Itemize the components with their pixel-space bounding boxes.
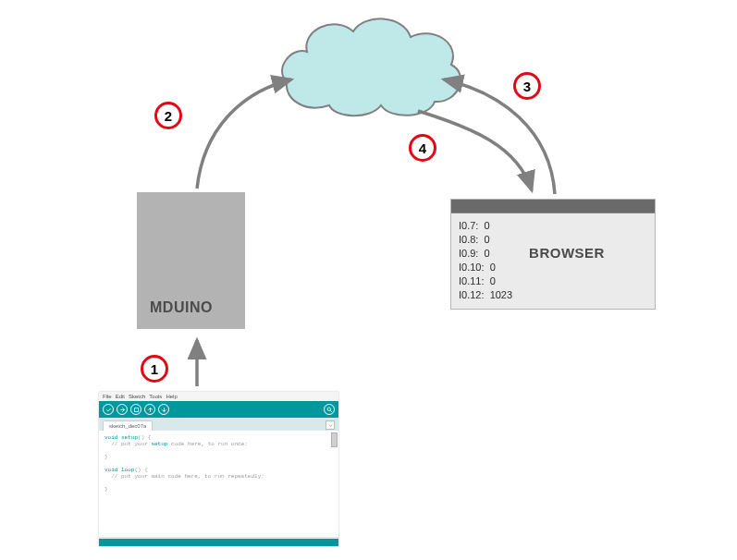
scrollbar-thumb[interactable] <box>331 432 338 447</box>
step-1-badge: 1 <box>141 355 168 383</box>
ide-tabrow: sketch_dec07a <box>99 418 338 431</box>
step-2-badge: 2 <box>154 102 182 129</box>
ide-menu-item[interactable]: Help <box>166 394 177 399</box>
step-2-number: 2 <box>165 108 172 124</box>
arduino-ide-window: FileEditSketchToolsHelp sketch_dec <box>99 392 338 546</box>
ide-menu-item[interactable]: Edit <box>116 394 125 399</box>
step-3-number: 3 <box>523 79 531 94</box>
ide-menubar: FileEditSketchToolsHelp <box>99 392 338 401</box>
open-icon[interactable] <box>144 404 155 415</box>
step-4-badge: 4 <box>409 134 436 162</box>
ide-editor[interactable]: void setup() { // put your setup code he… <box>99 431 338 537</box>
svg-line-2 <box>330 410 332 412</box>
browser-titlebar <box>451 200 655 213</box>
ide-menu-item[interactable]: Sketch <box>129 394 145 399</box>
browser-io-readout: I0.7: 0 I0.8: 0 I0.9: 0 I0.10: 0 I0.11: … <box>459 219 512 302</box>
serial-monitor-icon[interactable] <box>324 404 335 415</box>
step-4-number: 4 <box>419 140 426 156</box>
browser-panel: I0.7: 0 I0.8: 0 I0.9: 0 I0.10: 0 I0.11: … <box>450 199 656 310</box>
svg-point-1 <box>327 408 330 410</box>
arrow-2 <box>197 79 291 189</box>
save-icon[interactable] <box>158 404 169 415</box>
svg-rect-0 <box>134 408 138 411</box>
tab-menu-icon[interactable] <box>326 420 335 430</box>
upload-icon[interactable] <box>117 404 128 415</box>
ide-tab[interactable]: sketch_dec07a <box>103 420 153 431</box>
step-3-badge: 3 <box>513 72 541 100</box>
mduino-label: MDUINO <box>150 299 213 316</box>
ide-menu-item[interactable]: File <box>103 394 112 399</box>
browser-label: BROWSER <box>529 245 605 261</box>
cloud-shape <box>279 9 464 120</box>
ide-menu-item[interactable]: Tools <box>149 394 162 399</box>
ide-statusbar <box>99 539 338 546</box>
mduino-device: MDUINO <box>137 192 245 329</box>
ide-toolbar <box>99 401 338 418</box>
verify-icon[interactable] <box>103 404 114 415</box>
step-1-number: 1 <box>151 361 158 377</box>
new-icon[interactable] <box>130 404 141 415</box>
